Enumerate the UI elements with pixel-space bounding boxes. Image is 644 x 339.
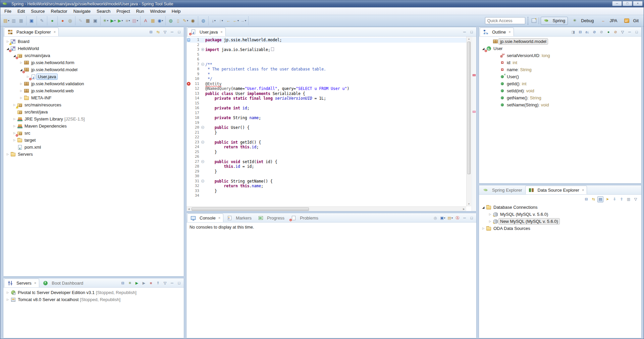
back-history-button[interactable]: ←▾ [232, 17, 239, 25]
save-all-button[interactable]: ▦ [17, 17, 25, 25]
close-tab-icon[interactable]: × [220, 30, 222, 34]
tree-item-src-test-java[interactable]: src/test/java [3, 108, 184, 115]
save-profiles-button[interactable]: ▥ [626, 196, 632, 202]
close-tab-icon[interactable]: × [508, 30, 511, 34]
collapsed-twistie-icon[interactable]: ▷ [12, 139, 17, 142]
tab-markers[interactable]: Markers [223, 213, 255, 222]
run-external-button[interactable]: ▶▾ [117, 17, 124, 25]
link-with-editor-button[interactable]: ⇆ [155, 29, 161, 35]
tab-console[interactable]: Console× [187, 213, 223, 222]
open-perspective-button[interactable] [531, 18, 537, 24]
collapse-all-button[interactable]: ⊟ [148, 29, 154, 35]
tree-item-meta-inf[interactable]: ▷META-INF [3, 94, 184, 101]
scroll-up-icon[interactable]: ▲ [467, 37, 471, 41]
close-tab-icon[interactable]: × [54, 30, 56, 34]
tree-item-pivotal-tc-server-developer-edition-v3-1[interactable]: ▷Pivotal tc Server Developer Edition v3.… [3, 289, 184, 296]
maximize-button[interactable]: □ [176, 280, 182, 286]
previous-annotation-button[interactable]: ↑▾ [217, 17, 225, 25]
menu-run[interactable]: Run [133, 8, 147, 14]
collapse-fold-icon[interactable]: − [201, 126, 204, 129]
close-tab-icon[interactable]: × [34, 281, 36, 285]
menu-edit[interactable]: Edit [14, 8, 28, 14]
tree-item-oda-data-sources[interactable]: ▷ODA Data Sources [479, 225, 641, 232]
tree-item-target[interactable]: ▷target [3, 137, 184, 144]
forward-history-button[interactable]: →▾ [239, 17, 247, 25]
minimize-button[interactable]: ─ [169, 29, 175, 35]
tab-spring-explorer[interactable]: Spring Explorer [480, 186, 525, 194]
menu-help[interactable]: Help [169, 8, 184, 14]
expanded-twistie-icon[interactable]: ◢ [481, 206, 486, 209]
collapsed-twistie-icon[interactable]: ▷ [5, 291, 10, 294]
minimize-button[interactable]: ─ [462, 29, 468, 35]
view-menu-button[interactable]: ▽ [620, 29, 626, 35]
tree-item-new-mysql-mysql-v-5-6-0[interactable]: ▷New MySQL (MySQL v. 5.6.0) [479, 218, 641, 225]
tab-problems[interactable]: ×Problems [287, 213, 321, 222]
minimize-button[interactable]: ─ [169, 280, 175, 286]
tab-boot-dashboard[interactable]: Boot Dashboard [39, 279, 86, 287]
annotation-overview-marker[interactable] [473, 74, 476, 76]
editor-vertical-scrollbar[interactable]: ▲ ▼ [466, 37, 471, 206]
show-public-only-button[interactable]: ● [605, 29, 611, 35]
open-type-button[interactable]: A [142, 17, 149, 25]
collapsed-twistie-icon[interactable]: ▷ [5, 298, 10, 301]
vertical-scroll-thumb[interactable] [467, 42, 471, 174]
collapsed-twistie-icon[interactable]: ▷ [481, 227, 486, 230]
display-selected-console-button[interactable]: ▣▾ [439, 215, 446, 221]
export-profiles-button[interactable]: ⇧ [619, 196, 625, 202]
connect-button[interactable]: ➤ [604, 196, 610, 202]
tree-item-board[interactable]: ▷Board [3, 38, 184, 45]
collapsed-twistie-icon[interactable]: ▷ [488, 220, 492, 223]
menu-search[interactable]: Search [94, 8, 113, 14]
tree-item-user-java[interactable]: ▷×User.java [3, 73, 184, 80]
minimize-button[interactable]: ─ [462, 215, 468, 221]
collapse-fold-icon[interactable]: − [201, 180, 204, 183]
update-maven-project-button[interactable]: ● [59, 17, 66, 25]
tree-item-id[interactable]: id : int [479, 59, 641, 66]
next-annotation-button[interactable]: ↓▾ [210, 17, 217, 25]
introspect-button[interactable]: ◎ [66, 17, 74, 25]
minimize-button[interactable]: ─ [627, 29, 633, 35]
tree-item-name[interactable]: name : String [479, 66, 641, 73]
tree-mode-button[interactable]: ▤ [597, 196, 603, 202]
tree-item-src-main-java[interactable]: ◢×src/main/java [3, 52, 184, 59]
editor-horizontal-scrollbar[interactable]: ◀ ▶ [186, 206, 466, 211]
annotate-button[interactable]: ✎▾ [182, 17, 189, 25]
minimize-window-button[interactable]: ─ [612, 1, 622, 6]
console-view-button[interactable]: ▣ [28, 17, 35, 25]
tree-item-getid[interactable]: getId() : int [479, 80, 641, 87]
tree-item-src[interactable]: ▷×src [3, 130, 184, 137]
collapsed-twistie-icon[interactable]: ▷ [488, 213, 492, 216]
scroll-left-icon[interactable]: ◀ [186, 207, 191, 211]
maximize-button[interactable]: □ [469, 29, 475, 35]
view-menu-button[interactable]: ▽ [633, 196, 639, 202]
hide-local-types-button[interactable]: ⊘ [612, 29, 619, 35]
collapse-all-button[interactable]: ⊟ [583, 196, 589, 202]
save-button[interactable]: ▥ [10, 17, 17, 25]
profile-server-button[interactable]: ▶ [141, 280, 147, 286]
code-area[interactable]: 1package jp.ssie.helloworld.model;23+imp… [186, 37, 466, 206]
tree-item-src-main-resources[interactable]: ▷src/main/resources [3, 101, 184, 108]
close-tab-icon[interactable]: × [582, 188, 584, 192]
sort-button[interactable]: a↓ [584, 29, 590, 35]
external-browser-button[interactable]: ◍ [200, 17, 207, 25]
collapsed-twistie-icon[interactable]: ▷ [12, 117, 17, 120]
close-tab-icon[interactable]: × [218, 216, 220, 220]
hide-fields-button[interactable]: ⊘ [591, 29, 597, 35]
collapsed-twistie-icon[interactable]: ▷ [19, 61, 23, 64]
maximize-button[interactable]: □ [469, 215, 475, 221]
view-menu-button[interactable]: ▽ [162, 280, 168, 286]
last-edit-location-button[interactable]: ← [225, 17, 232, 25]
tab-data-source-explorer[interactable]: Data Source Explorer× [525, 186, 587, 194]
tree-item-setname-string[interactable]: setName(String) : void [479, 101, 641, 108]
stop-server-button[interactable]: ■ [148, 280, 154, 286]
maximize-button[interactable]: □ [176, 29, 182, 35]
tree-item-jp-ssie-helloworld-model[interactable]: ◢×jp.ssie.helloworld.model [3, 66, 184, 73]
relaunch-button[interactable]: ▤▾ [131, 17, 139, 25]
menu-window[interactable]: Window [147, 8, 169, 14]
tree-item-servers[interactable]: ▷Servers [3, 151, 184, 158]
open-console-button[interactable]: ▤▾ [447, 215, 453, 221]
start-server-button[interactable]: ▶ [134, 280, 140, 286]
tree-item-jp-ssie-helloworld-model[interactable]: jp.ssie.helloworld.model [479, 38, 641, 45]
perspective-spring[interactable]: Spring [541, 17, 568, 25]
menu-navigate[interactable]: Navigate [70, 8, 94, 14]
